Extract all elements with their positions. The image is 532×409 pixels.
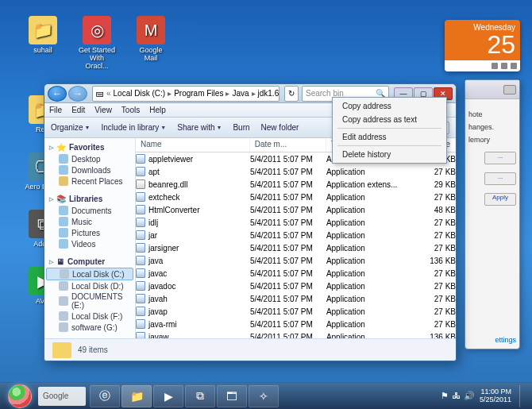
- taskbar-clock[interactable]: 11:00 PM 5/25/2011: [480, 388, 511, 404]
- tray-volume-icon[interactable]: 🔊: [464, 391, 475, 401]
- desktop-icon-gmail[interactable]: MGoogle Mail: [132, 16, 170, 70]
- help-icon[interactable]: [503, 85, 516, 95]
- file-row[interactable]: beanreg.dll5/4/2011 5:07 PMApplication e…: [136, 178, 456, 191]
- nav-pane[interactable]: ⭐ Favorites Desktop Downloads Recent Pla…: [44, 138, 136, 338]
- nav-downloads[interactable]: Downloads: [46, 164, 133, 176]
- ctx-delete-history[interactable]: Delete history: [334, 148, 445, 161]
- breadcrumb[interactable]: Local Disk (C:): [114, 89, 166, 98]
- nav-libraries-header[interactable]: 📚 Libraries: [46, 193, 133, 205]
- file-row[interactable]: jarsigner5/4/2011 5:07 PMApplication27 K…: [136, 241, 456, 254]
- tray-flag-icon[interactable]: ⚑: [441, 391, 449, 401]
- taskbar-app[interactable]: ⧉: [185, 385, 215, 407]
- desktop-icon-oracle[interactable]: ◎Get Started With Oracl...: [78, 16, 116, 70]
- nav-drive-d[interactable]: Local Disk (D:): [46, 280, 133, 291]
- ctx-edit-address[interactable]: Edit address: [334, 130, 445, 144]
- file-row[interactable]: javaw5/4/2011 5:07 PMApplication136 KB: [136, 330, 456, 338]
- file-date: 5/4/2011 5:07 PM: [250, 168, 326, 176]
- taskbar-app[interactable]: 🗔: [217, 385, 247, 407]
- nav-drive-g[interactable]: software (G:): [46, 322, 133, 333]
- file-row[interactable]: java-rmi5/4/2011 5:07 PMApplication27 KB: [136, 318, 456, 330]
- status-bar: 49 items: [44, 338, 456, 361]
- ctx-copy-address[interactable]: Copy address: [334, 99, 445, 113]
- file-icon: [136, 256, 145, 265]
- menu-help[interactable]: Help: [149, 106, 166, 114]
- taskbar-media[interactable]: ▶: [153, 385, 183, 407]
- share-button[interactable]: Share with▼: [177, 123, 222, 132]
- menu-view[interactable]: View: [94, 106, 112, 114]
- desktop-icon-suhail[interactable]: 📁suhail: [24, 16, 62, 70]
- file-name: java-rmi: [148, 320, 177, 329]
- file-row[interactable]: javac5/4/2011 5:07 PMApplication27 KB: [136, 267, 456, 280]
- tray-icons[interactable]: ⚑ 🖧 🔊: [441, 391, 475, 401]
- taskbar-explorer[interactable]: 📁: [121, 385, 152, 407]
- file-row[interactable]: javah5/4/2011 5:07 PMApplication27 KB: [136, 292, 456, 305]
- file-size: 48 KB: [410, 206, 456, 214]
- background-panel-window[interactable]: hote hanges. lemory ... ... Apply etting…: [465, 79, 520, 349]
- file-size: 27 KB: [410, 193, 456, 202]
- burn-button[interactable]: Burn: [233, 123, 249, 132]
- nav-favorites-header[interactable]: ⭐ Favorites: [46, 141, 133, 153]
- address-bar[interactable]: 🖴 « Local Disk (C:)▸ Program Files▸ Java…: [92, 86, 279, 102]
- panel-text: hanges.: [468, 123, 516, 131]
- refresh-button[interactable]: ↻: [284, 86, 299, 102]
- file-row[interactable]: javadoc5/4/2011 5:07 PMApplication27 KB: [136, 280, 456, 292]
- nav-pictures[interactable]: Pictures: [46, 227, 133, 238]
- back-button[interactable]: ←: [48, 86, 67, 102]
- file-row[interactable]: javap5/4/2011 5:07 PMApplication27 KB: [136, 305, 456, 318]
- nav-music[interactable]: Music: [46, 216, 133, 227]
- panel-button[interactable]: ...: [484, 172, 516, 185]
- calendar-gadget[interactable]: Wednesday 25: [445, 20, 520, 71]
- ctx-copy-address-text[interactable]: Copy address as text: [334, 113, 445, 126]
- new-folder-button[interactable]: New folder: [261, 123, 299, 132]
- forward-button[interactable]: →: [68, 86, 87, 102]
- file-name: javah: [148, 295, 168, 303]
- col-name[interactable]: Name: [136, 138, 250, 152]
- file-row[interactable]: jar5/4/2011 5:07 PMApplication27 KB: [136, 229, 456, 241]
- ctx-separator: [337, 128, 441, 129]
- panel-titlebar[interactable]: [465, 80, 519, 99]
- start-button[interactable]: [5, 384, 35, 408]
- menu-tools[interactable]: Tools: [121, 106, 140, 114]
- file-icon: [136, 268, 145, 278]
- tray-network-icon[interactable]: 🖧: [452, 391, 461, 401]
- include-library-button[interactable]: Include in library▼: [102, 123, 167, 132]
- settings-link[interactable]: ettings: [495, 336, 516, 344]
- nav-documents[interactable]: Documents: [46, 205, 133, 216]
- file-size: 27 KB: [410, 307, 456, 316]
- nav-drive-f[interactable]: Local Disk (F:): [46, 311, 133, 322]
- file-row[interactable]: HtmlConverter5/4/2011 5:07 PMApplication…: [136, 203, 456, 216]
- file-size: 27 KB: [410, 231, 456, 240]
- file-rows[interactable]: appletviewer5/4/2011 5:07 PMApplication2…: [136, 152, 456, 338]
- file-row[interactable]: java5/4/2011 5:07 PMApplication136 KB: [136, 254, 456, 267]
- file-row[interactable]: extcheck5/4/2011 5:07 PMApplication27 KB: [136, 191, 456, 203]
- file-name: java: [148, 257, 163, 265]
- file-row[interactable]: apt5/4/2011 5:07 PMApplication27 KB: [136, 165, 456, 178]
- nav-videos[interactable]: Videos: [46, 238, 133, 249]
- system-tray[interactable]: ⚑ 🖧 🔊 11:00 PM 5/25/2011: [441, 385, 527, 407]
- breadcrumb[interactable]: Java: [232, 89, 249, 98]
- breadcrumb[interactable]: jdk1.6.0_20: [258, 89, 279, 98]
- file-row[interactable]: idlj5/4/2011 5:07 PMApplication27 KB: [136, 216, 456, 229]
- file-size: 29 KB: [410, 180, 456, 189]
- nav-computer-header[interactable]: 🖥 Computer: [46, 256, 133, 268]
- nav-drive-c[interactable]: Local Disk (C:): [46, 268, 133, 280]
- breadcrumb[interactable]: Program Files: [174, 89, 223, 98]
- taskbar-search[interactable]: Google: [38, 387, 86, 406]
- taskbar-app[interactable]: ✧: [249, 385, 279, 407]
- organize-button[interactable]: Organize▼: [51, 123, 91, 132]
- taskbar-ie[interactable]: ⓔ: [90, 385, 120, 407]
- file-date: 5/4/2011 5:07 PM: [250, 231, 326, 240]
- taskbar[interactable]: Google ⓔ 📁 ▶ ⧉ 🗔 ✧ ⚑ 🖧 🔊 11:00 PM 5/25/2…: [0, 382, 532, 409]
- nav-drive-e[interactable]: DOCUMENTS (E:): [46, 291, 133, 311]
- nav-recent[interactable]: Recent Places: [46, 176, 133, 187]
- menu-edit[interactable]: Edit: [71, 106, 85, 114]
- show-desktop-button[interactable]: [519, 385, 527, 407]
- panel-button[interactable]: ...: [484, 152, 516, 164]
- col-date[interactable]: Date m...: [250, 138, 326, 152]
- gadget-date: 25: [449, 32, 515, 57]
- file-date: 5/4/2011 5:07 PM: [250, 333, 326, 339]
- folder-icon: [52, 342, 71, 358]
- menu-file[interactable]: File: [49, 106, 62, 114]
- nav-desktop[interactable]: Desktop: [46, 153, 133, 164]
- apply-button[interactable]: Apply: [484, 193, 516, 206]
